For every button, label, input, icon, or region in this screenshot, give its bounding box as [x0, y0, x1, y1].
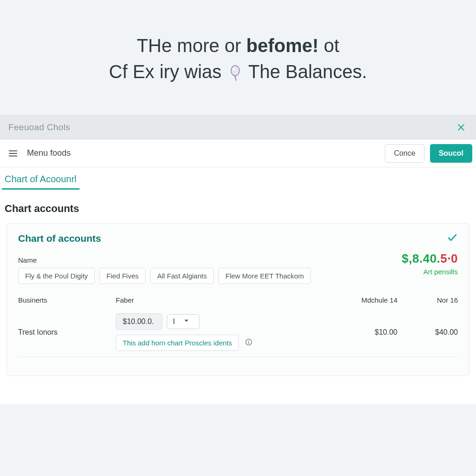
- amount-sublabel: Art pensilts: [379, 268, 458, 276]
- col-header: Nor 16: [402, 296, 458, 304]
- chart-accounts-card: Chart of accounts Name Fly & the Poul Di…: [7, 223, 469, 376]
- hero-text: Cf Ex iry wias: [109, 61, 226, 82]
- svg-point-8: [248, 340, 249, 341]
- table-header: Businerts Faber Mdchule 14 Nor 16: [18, 296, 458, 309]
- svg-point-0: [231, 66, 239, 76]
- row-name: Trest Ionors: [18, 328, 111, 337]
- submit-button[interactable]: Soucol: [430, 144, 472, 163]
- chevron-down-icon: [183, 317, 190, 326]
- subheader-title: Feeuoad Chols: [8, 122, 70, 132]
- tab-row: Chart of Acoounrl: [0, 167, 476, 190]
- close-icon[interactable]: [455, 121, 468, 134]
- name-field-label: Name: [18, 251, 372, 268]
- hero-line-1: THe more or befome! ot: [19, 33, 457, 59]
- col-header: Mdchule 14: [332, 296, 397, 304]
- chip[interactable]: Flew More EET Thackom: [218, 268, 311, 284]
- col-header: Businerts: [18, 296, 111, 304]
- hint-link[interactable]: This add horn chart Proscles idents: [116, 335, 239, 351]
- svg-point-1: [232, 68, 234, 71]
- chip[interactable]: Fly & the Poul Digity: [18, 268, 95, 284]
- accounts-table: Businerts Faber Mdchule 14 Nor 16 Trest …: [18, 296, 458, 357]
- info-icon[interactable]: [245, 338, 253, 348]
- menu-icon[interactable]: [5, 145, 21, 162]
- hero-heading: THe more or befome! ot Cf Ex iry wias Th…: [0, 0, 476, 115]
- chip[interactable]: Fied Fives: [99, 268, 145, 284]
- table-row: Trest Ionors $10.00.0. I This add horn c…: [18, 309, 458, 357]
- amount-green: $,8.40.: [402, 251, 440, 265]
- tab-chart-of-accounts[interactable]: Chart of Acoounrl: [2, 171, 79, 190]
- select-value: I: [173, 317, 175, 326]
- subheader-bar: Feeuoad Chols: [0, 115, 476, 139]
- hero-text: The Balances.: [248, 61, 367, 82]
- toolbar: Menu foods Conce Soucol: [0, 139, 476, 167]
- hero-line-2: Cf Ex iry wias The Balances.: [19, 59, 457, 87]
- check-icon: [447, 232, 458, 245]
- card-title: Chart of accounts: [18, 233, 101, 244]
- row-col3: $40.00: [402, 328, 458, 337]
- row-faber: $10.00.0. I This add horn chart Proscles…: [116, 313, 328, 351]
- cancel-button[interactable]: Conce: [385, 144, 424, 163]
- faber-amount-input[interactable]: $10.00.0.: [116, 313, 162, 330]
- amount-summary: $,8.40.5·0 Art pensilts: [379, 251, 458, 276]
- amount-value: $,8.40.5·0: [379, 251, 458, 266]
- balloon-icon: [229, 61, 242, 87]
- toolbar-label: Menu foods: [27, 148, 71, 158]
- chip[interactable]: All Fast Algiants: [150, 268, 214, 284]
- section-heading: Chart accounts: [0, 190, 476, 223]
- hero-text: THe more or: [137, 35, 246, 56]
- amount-red: 5·0: [440, 251, 458, 265]
- chip-list: Fly & the Poul Digity Fied Fives All Fas…: [18, 268, 372, 284]
- col-header: Faber: [116, 296, 328, 304]
- hero-text: ot: [318, 35, 339, 56]
- row-col2: $10.00: [332, 328, 397, 337]
- hero-bold: befome!: [246, 35, 319, 56]
- faber-select[interactable]: I: [167, 314, 199, 329]
